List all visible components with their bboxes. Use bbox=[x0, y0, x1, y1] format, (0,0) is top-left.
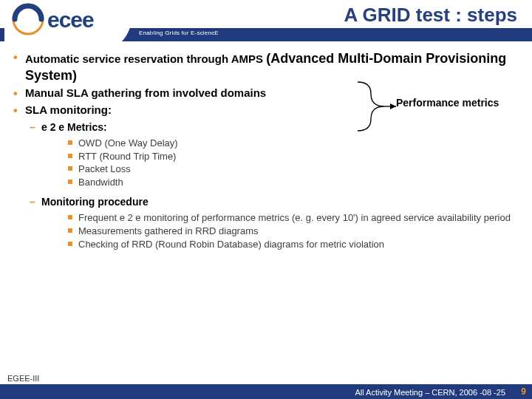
project-id: EGEE-III bbox=[7, 374, 39, 383]
performance-metrics-annotation: Performance metrics bbox=[352, 81, 522, 135]
header-tagline: Enabling Grids for E-sciencE bbox=[139, 30, 219, 36]
svg-marker-3 bbox=[390, 103, 396, 109]
proc-rrd-check: Checking of RRD (Round Robin Database) d… bbox=[68, 238, 525, 251]
page-number: 9 bbox=[521, 386, 526, 397]
metric-bandwidth: Bandwidth bbox=[68, 176, 525, 189]
sub-monitoring-procedure: Monitoring procedure bbox=[30, 195, 525, 209]
slide-title: A GRID test : steps bbox=[344, 4, 517, 27]
footer-bar: All Activity Meeting – CERN, 2006 -08 -2… bbox=[0, 384, 532, 399]
egee-logo: ecee bbox=[4, 0, 132, 56]
proc-rrd-gather: Measurements gathered in RRD diagrams bbox=[68, 225, 525, 238]
brace-icon bbox=[352, 81, 402, 132]
annotation-label: Performance metrics bbox=[396, 97, 499, 109]
footer-venue: All Activity Meeting – CERN, 2006 -08 -2… bbox=[355, 388, 505, 397]
bullet-amps: Automatic service reservation through AM… bbox=[12, 50, 525, 83]
bullet-amps-text: Automatic service reservation through AM… bbox=[25, 52, 266, 65]
metric-owd: OWD (One Way Delay) bbox=[68, 137, 525, 150]
proc-frequent: Frequent e 2 e monitoring of performance… bbox=[68, 211, 525, 225]
svg-text:ecee: ecee bbox=[47, 7, 94, 32]
metric-packet-loss: Packet Loss bbox=[68, 163, 525, 176]
metric-rtt: RTT (Round Trip Time) bbox=[68, 150, 525, 163]
